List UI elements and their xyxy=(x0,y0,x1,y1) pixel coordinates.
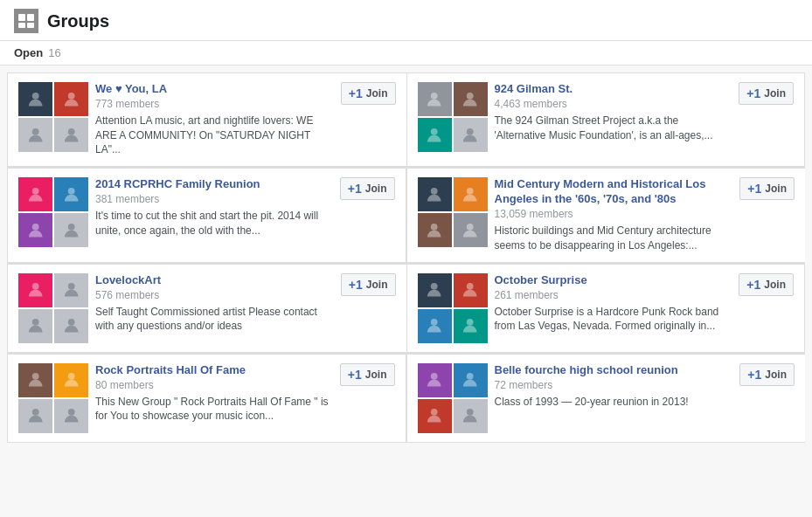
svg-point-19 xyxy=(467,224,474,231)
join-label: Join xyxy=(365,183,387,195)
svg-point-5 xyxy=(68,93,75,100)
page: Groups Open 16 We ♥ You, LA 773 mem xyxy=(0,0,812,517)
group-name[interactable]: Belle fourche high school reunion xyxy=(495,363,678,376)
svg-point-16 xyxy=(431,188,438,195)
join-label: Join xyxy=(765,183,787,195)
join-plus-icon: +1 xyxy=(746,278,760,292)
svg-point-6 xyxy=(32,128,39,135)
svg-rect-0 xyxy=(18,14,25,21)
group-name[interactable]: LovelockArt xyxy=(95,273,161,286)
group-name[interactable]: Rock Portraits Hall Of Fame xyxy=(95,363,246,376)
join-plus-icon: +1 xyxy=(348,182,362,196)
svg-point-27 xyxy=(467,319,474,326)
join-plus-icon: +1 xyxy=(746,86,760,100)
join-button[interactable]: +1 Join xyxy=(739,82,794,105)
svg-point-18 xyxy=(431,224,438,231)
group-name[interactable]: October Surprise xyxy=(495,273,587,286)
join-label: Join xyxy=(366,87,388,100)
svg-point-20 xyxy=(32,283,39,290)
join-button[interactable]: +1 Join xyxy=(341,82,396,105)
group-card: LovelockArt 576 members Self Taught Comm… xyxy=(7,264,406,353)
group-description: This New Group " Rock Portraits Hall Of … xyxy=(95,395,333,424)
svg-point-22 xyxy=(32,319,39,326)
group-description: Attention LA music, art and nightlife lo… xyxy=(95,114,334,157)
group-name[interactable]: 924 Gilman St. xyxy=(495,82,573,95)
group-description: It's time to cut the shit and start the … xyxy=(95,209,333,238)
group-card: Mid Century Modern and Historical Los An… xyxy=(406,168,806,262)
svg-point-11 xyxy=(467,128,474,135)
join-label: Join xyxy=(366,279,388,291)
group-card: Belle fourche high school reunion 72 mem… xyxy=(406,354,806,443)
join-button[interactable]: +1 Join xyxy=(341,273,396,296)
svg-point-28 xyxy=(32,373,39,380)
join-button[interactable]: +1 Join xyxy=(739,177,795,200)
join-button[interactable]: +1 Join xyxy=(739,273,794,296)
group-members-count: 773 members xyxy=(95,98,334,110)
group-members-count: 4,463 members xyxy=(495,98,732,110)
group-members-count: 381 members xyxy=(95,193,333,205)
group-info: 924 Gilman St. 4,463 members The 924 Gil… xyxy=(495,82,732,142)
svg-point-33 xyxy=(467,373,474,380)
svg-point-7 xyxy=(68,128,75,135)
group-thumbnails xyxy=(418,273,488,343)
svg-point-10 xyxy=(431,128,438,135)
svg-rect-1 xyxy=(27,14,34,21)
svg-rect-3 xyxy=(27,23,34,28)
group-thumbnails xyxy=(18,363,88,433)
svg-point-35 xyxy=(467,409,474,416)
group-thumbnails xyxy=(418,82,488,152)
svg-point-4 xyxy=(32,93,39,100)
group-description: Class of 1993 — 20-year reunion in 2013! xyxy=(495,395,733,410)
group-card: Rock Portraits Hall Of Fame 80 members T… xyxy=(7,354,406,443)
join-button[interactable]: +1 Join xyxy=(739,363,795,386)
join-plus-icon: +1 xyxy=(348,368,362,382)
svg-point-30 xyxy=(32,409,39,416)
svg-point-29 xyxy=(68,373,75,380)
svg-point-25 xyxy=(467,283,474,290)
svg-point-26 xyxy=(431,319,438,326)
join-button[interactable]: +1 Join xyxy=(340,177,395,200)
group-description: Historic buildings and Mid Century archi… xyxy=(495,224,733,253)
join-plus-icon: +1 xyxy=(349,278,363,292)
svg-point-32 xyxy=(431,373,438,380)
group-thumbnails xyxy=(18,273,88,343)
join-plus-icon: +1 xyxy=(747,182,761,196)
page-title: Groups xyxy=(47,11,109,31)
svg-point-13 xyxy=(68,188,75,195)
svg-point-23 xyxy=(68,319,75,326)
groups-grid: We ♥ You, LA 773 members Attention LA mu… xyxy=(0,65,812,450)
group-info: 2014 RCPRHC Family Reunion 381 members I… xyxy=(95,177,333,238)
group-description: The 924 Gilman Street Project a.k.a the … xyxy=(495,114,732,143)
group-name[interactable]: 2014 RCPRHC Family Reunion xyxy=(95,177,260,190)
group-description: October Surprise is a Hardcore Punk Rock… xyxy=(495,305,732,334)
group-thumbnails xyxy=(418,363,488,433)
group-members-count: 576 members xyxy=(95,289,334,301)
svg-point-24 xyxy=(431,283,438,290)
group-info: October Surprise 261 members October Sur… xyxy=(495,273,732,334)
group-members-count: 72 members xyxy=(495,379,733,391)
open-label: Open xyxy=(14,46,43,59)
svg-point-34 xyxy=(431,409,438,416)
join-label: Join xyxy=(764,87,786,100)
join-plus-icon: +1 xyxy=(747,368,761,382)
group-card: October Surprise 261 members October Sur… xyxy=(406,264,806,353)
svg-point-31 xyxy=(68,409,75,416)
group-members-count: 13,059 members xyxy=(495,208,733,220)
svg-point-21 xyxy=(68,283,75,290)
group-info: Rock Portraits Hall Of Fame 80 members T… xyxy=(95,363,333,424)
group-thumbnails xyxy=(18,82,88,152)
svg-point-17 xyxy=(467,188,474,195)
join-button[interactable]: +1 Join xyxy=(340,363,395,386)
join-label: Join xyxy=(365,369,387,381)
svg-point-8 xyxy=(431,93,438,100)
group-name[interactable]: Mid Century Modern and Historical Los An… xyxy=(495,177,706,205)
group-name[interactable]: We ♥ You, LA xyxy=(95,82,167,95)
group-thumbnails xyxy=(418,177,488,247)
svg-point-14 xyxy=(32,224,39,231)
group-info: Mid Century Modern and Historical Los An… xyxy=(495,177,733,252)
group-card: We ♥ You, LA 773 members Attention LA mu… xyxy=(7,72,406,167)
group-count: 16 xyxy=(48,46,60,59)
group-info: We ♥ You, LA 773 members Attention LA mu… xyxy=(95,82,334,157)
svg-point-12 xyxy=(32,188,39,195)
groups-icon xyxy=(14,9,38,33)
